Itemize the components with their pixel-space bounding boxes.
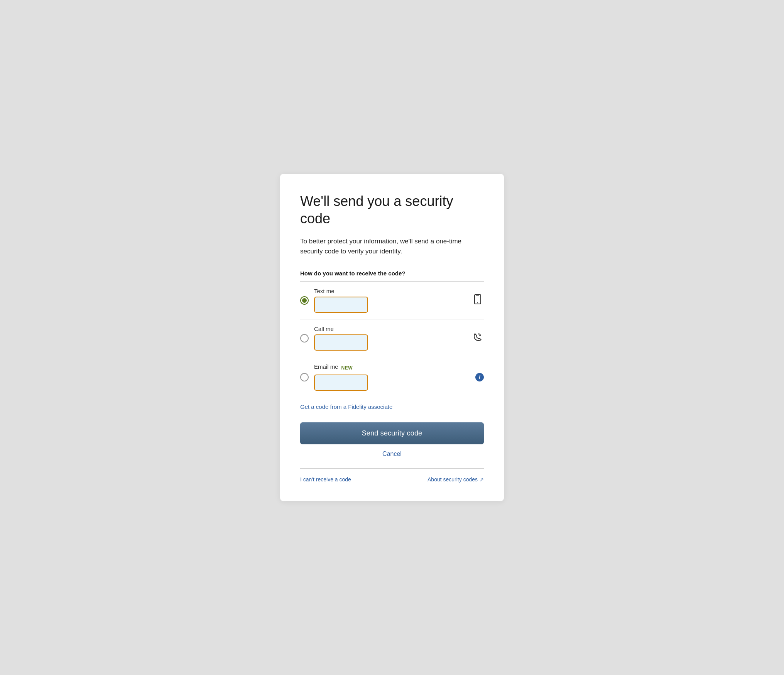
about-security-codes-text: About security codes bbox=[427, 476, 478, 483]
email-me-label: Email me bbox=[314, 363, 338, 370]
cancel-link[interactable]: Cancel bbox=[300, 451, 484, 457]
about-security-codes-link[interactable]: About security codes ↗︎ bbox=[427, 476, 484, 483]
page-subtitle: To better protect your information, we'l… bbox=[300, 236, 484, 256]
info-icon: i bbox=[475, 373, 484, 381]
fidelity-link[interactable]: Get a code from a Fidelity associate bbox=[300, 403, 484, 410]
page-title: We'll send you a security code bbox=[300, 192, 484, 227]
external-link-icon: ↗︎ bbox=[480, 477, 484, 483]
svg-point-2 bbox=[477, 302, 478, 303]
radio-call-me[interactable] bbox=[300, 334, 309, 343]
option-text-me[interactable]: Text me bbox=[300, 282, 484, 319]
bottom-divider bbox=[300, 468, 484, 469]
option-call-me[interactable]: Call me bbox=[300, 319, 484, 357]
text-me-label: Text me bbox=[314, 288, 467, 294]
radio-text-me[interactable] bbox=[300, 296, 309, 305]
bottom-links: I can't receive a code About security co… bbox=[300, 476, 484, 483]
text-me-input[interactable] bbox=[314, 297, 368, 313]
new-badge: NEW bbox=[341, 365, 353, 371]
phone-icon bbox=[471, 294, 484, 307]
call-me-input[interactable] bbox=[314, 334, 368, 351]
call-me-label: Call me bbox=[314, 326, 467, 332]
security-code-card: We'll send you a security code To better… bbox=[280, 174, 504, 501]
cant-receive-link[interactable]: I can't receive a code bbox=[300, 476, 351, 483]
call-icon bbox=[471, 332, 484, 344]
text-me-content: Text me bbox=[314, 288, 467, 313]
radio-email-me[interactable] bbox=[300, 373, 309, 381]
email-me-content: Email me NEW bbox=[314, 363, 471, 391]
email-label-row: Email me NEW bbox=[314, 363, 471, 372]
option-email-me[interactable]: Email me NEW i bbox=[300, 357, 484, 397]
email-me-input[interactable] bbox=[314, 375, 368, 391]
svg-rect-1 bbox=[476, 295, 479, 296]
send-security-code-button[interactable]: Send security code bbox=[300, 422, 484, 444]
call-me-content: Call me bbox=[314, 326, 467, 351]
section-question: How do you want to receive the code? bbox=[300, 270, 484, 277]
